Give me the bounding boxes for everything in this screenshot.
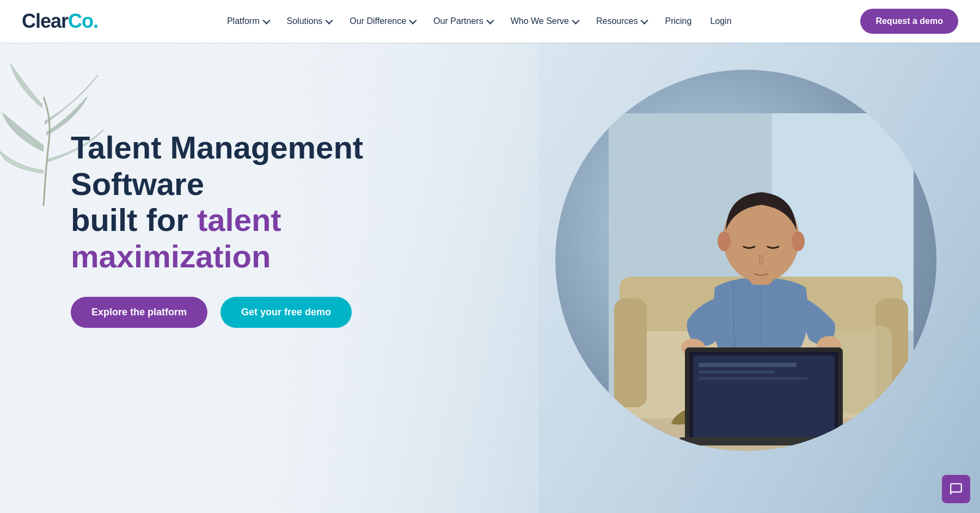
logo-clear-text: Clear (22, 10, 68, 33)
svg-rect-15 (699, 363, 797, 367)
logo-co-text: Co (68, 10, 93, 33)
hero-content: Talent Management Software built for tal… (71, 130, 430, 328)
chat-bubble-icon (949, 482, 963, 496)
nav-links: Platform Solutions Our Difference Our Pa… (114, 12, 844, 30)
nav-item-login[interactable]: Login (702, 12, 739, 30)
nav-item-pricing[interactable]: Pricing (657, 12, 699, 30)
logo[interactable]: ClearCo. (22, 10, 98, 33)
chevron-down-icon (486, 17, 494, 25)
nav-item-our-difference[interactable]: Our Difference (342, 12, 422, 30)
nav-item-solutions[interactable]: Solutions (279, 12, 339, 30)
hero-buttons: Explore the platform Get your free demo (71, 297, 430, 328)
hero-section: Talent Management Software built for tal… (0, 42, 980, 513)
chevron-down-icon (326, 17, 333, 25)
nav-item-resources[interactable]: Resources (589, 12, 654, 30)
svg-rect-6 (614, 298, 647, 407)
navbar: ClearCo. Platform Solutions Our Differen… (0, 0, 980, 42)
svg-rect-17 (699, 377, 807, 380)
nav-item-who-we-serve[interactable]: Who We Serve (503, 12, 585, 30)
chevron-down-icon (262, 17, 270, 25)
hero-person-circle (555, 70, 936, 451)
explore-platform-button[interactable]: Explore the platform (71, 297, 207, 328)
hero-title: Talent Management Software built for tal… (71, 130, 430, 275)
nav-item-our-partners[interactable]: Our Partners (426, 12, 500, 30)
svg-point-21 (792, 231, 805, 251)
logo-dot: . (93, 10, 98, 33)
get-free-demo-button[interactable]: Get your free demo (220, 297, 352, 328)
svg-rect-14 (679, 437, 848, 445)
request-demo-button[interactable]: Request a demo (860, 9, 958, 34)
chevron-down-icon (409, 17, 416, 25)
svg-rect-16 (699, 370, 775, 374)
chevron-down-icon (572, 17, 579, 25)
nav-item-platform[interactable]: Platform (219, 12, 276, 30)
svg-rect-13 (693, 356, 835, 437)
chat-button[interactable] (942, 475, 970, 503)
chevron-down-icon (641, 17, 648, 25)
person-illustration (609, 113, 914, 451)
svg-point-20 (718, 231, 731, 251)
